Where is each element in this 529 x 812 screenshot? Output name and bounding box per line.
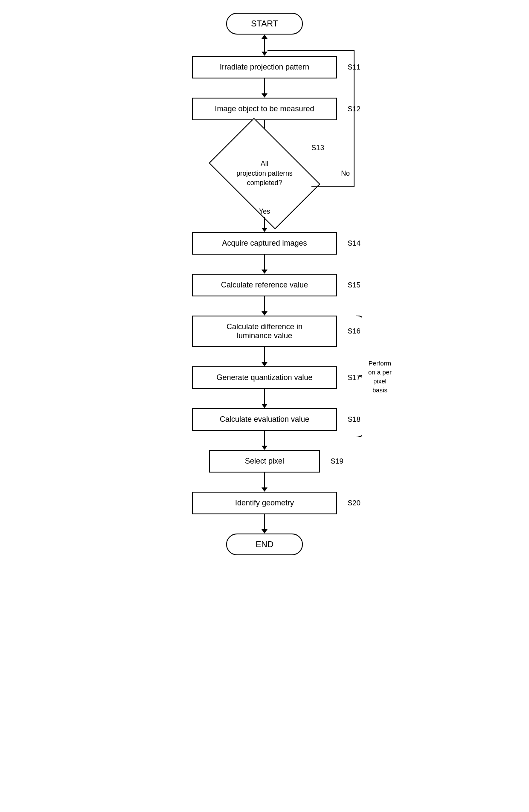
s19-row: Select pixel S19 [209,450,320,473]
s18-box: Calculate evaluation value [192,408,337,431]
s13-diamond-wrapper: Allprojection patternscompleted? [213,139,316,208]
s16-row: Calculate difference in luminance value … [192,316,337,347]
s12-box: Image object to be measured [192,98,337,120]
s14-row: Acquire captured images S14 [192,232,337,255]
arrow-s11-s12 [262,78,267,98]
s12-row: Image object to be measured S12 [192,98,337,120]
s19-label: S19 [331,457,343,466]
arrow-s18-s19 [262,431,267,450]
arrow-s16-s17 [262,347,267,366]
arrow-s13-s14 [262,217,267,232]
s11-row: Irradiate projection pattern S11 [192,56,337,78]
s13-label: S13 [311,144,324,152]
s14-box: Acquire captured images [192,232,337,255]
arrow-s14-s15 [262,255,267,274]
end-terminal-row: END [226,534,303,555]
start-terminal-row: START [226,13,303,35]
yes-arrow-container: Yes [259,208,270,232]
s13-no-label: No [341,170,350,177]
arrow-head-1 [262,52,267,56]
s17-label: S17 [348,374,360,382]
arrow-s19-s20 [262,473,267,492]
brace-text: Perform on a perpixel basis [366,359,394,394]
s17-box: Generate quantization value [192,366,337,389]
s17-row: Generate quantization value S17 [192,366,337,389]
arrow-start-to-s11 [262,35,267,56]
end-terminal: END [226,534,303,555]
s20-box: Identify geometry [192,492,337,514]
arrow-line-1 [264,39,265,52]
s13-row: Allprojection patternscompleted? S13 No [213,139,316,208]
flowchart: START Irradiate projection pattern S11 I… [115,13,414,555]
s20-label: S20 [348,499,360,508]
s19-box: Select pixel [209,450,320,473]
arrow-s17-s18 [262,389,267,408]
s16-box: Calculate difference in luminance value [192,316,337,347]
s15-box: Calculate reference value [192,274,337,296]
s11-box: Irradiate projection pattern [192,56,337,78]
s15-row: Calculate reference value S15 [192,274,337,296]
arrow-s15-s16 [262,296,267,316]
s15-label: S15 [348,281,360,290]
s18-label: S18 [348,415,360,424]
s11-label: S11 [348,63,360,72]
start-terminal: START [226,13,303,35]
feedback-arrow-head [262,35,267,39]
s18-row: Calculate evaluation value S18 [192,408,337,431]
s12-label: S12 [348,105,360,113]
s20-row: Identify geometry S20 [192,492,337,514]
s13-yes-label: Yes [259,208,270,215]
s14-label: S14 [348,239,360,248]
s13-text: Allprojection patternscompleted? [236,159,293,188]
arrow-s20-end [262,514,267,534]
